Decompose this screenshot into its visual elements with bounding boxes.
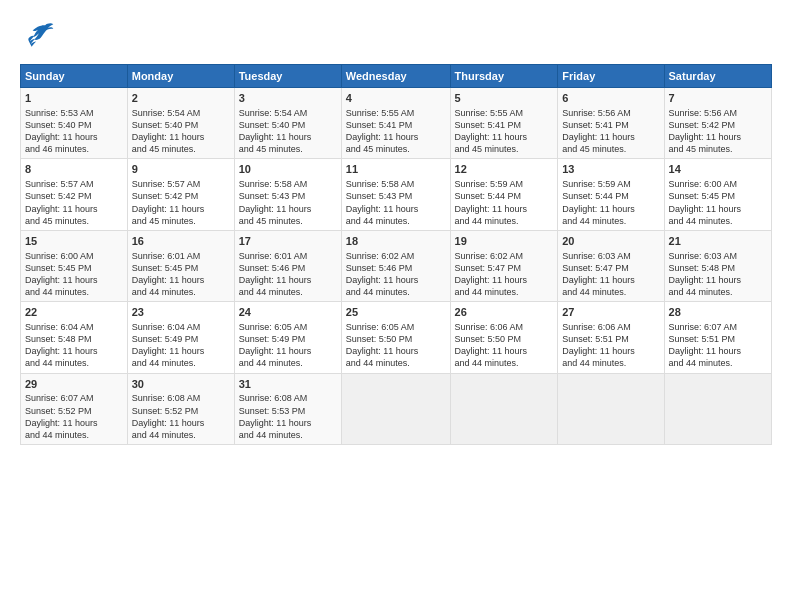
- day-info-line: Sunset: 5:50 PM: [346, 333, 446, 345]
- day-number: 3: [239, 91, 337, 106]
- day-info-line: Sunset: 5:41 PM: [562, 119, 659, 131]
- day-info-line: Sunrise: 6:01 AM: [132, 250, 230, 262]
- calendar-cell: 3Sunrise: 5:54 AMSunset: 5:40 PMDaylight…: [234, 88, 341, 159]
- day-number: 23: [132, 305, 230, 320]
- day-info-line: Sunset: 5:44 PM: [562, 190, 659, 202]
- day-info-line: Daylight: 11 hours: [346, 131, 446, 143]
- day-info-line: Daylight: 11 hours: [346, 345, 446, 357]
- calendar-body: 1Sunrise: 5:53 AMSunset: 5:40 PMDaylight…: [21, 88, 772, 445]
- day-info-line: Sunset: 5:44 PM: [455, 190, 554, 202]
- weekday-header-friday: Friday: [558, 65, 664, 88]
- calendar-cell: 17Sunrise: 6:01 AMSunset: 5:46 PMDayligh…: [234, 230, 341, 301]
- calendar-cell: 30Sunrise: 6:08 AMSunset: 5:52 PMDayligh…: [127, 373, 234, 444]
- day-info-line: Sunset: 5:40 PM: [132, 119, 230, 131]
- day-number: 7: [669, 91, 767, 106]
- day-number: 30: [132, 377, 230, 392]
- day-info-line: and 44 minutes.: [239, 429, 337, 441]
- day-info-line: Sunset: 5:40 PM: [25, 119, 123, 131]
- day-info-line: Sunrise: 6:02 AM: [346, 250, 446, 262]
- day-info-line: Sunrise: 6:01 AM: [239, 250, 337, 262]
- day-number: 9: [132, 162, 230, 177]
- day-info-line: Sunset: 5:42 PM: [132, 190, 230, 202]
- calendar-cell: 28Sunrise: 6:07 AMSunset: 5:51 PMDayligh…: [664, 302, 771, 373]
- calendar-week-4: 22Sunrise: 6:04 AMSunset: 5:48 PMDayligh…: [21, 302, 772, 373]
- day-info-line: and 45 minutes.: [25, 215, 123, 227]
- day-info-line: Daylight: 11 hours: [239, 345, 337, 357]
- day-number: 24: [239, 305, 337, 320]
- day-info-line: Sunset: 5:47 PM: [455, 262, 554, 274]
- general-blue-logo-icon: [20, 18, 56, 54]
- calendar-cell: [450, 373, 558, 444]
- day-info-line: Daylight: 11 hours: [669, 203, 767, 215]
- calendar-cell: 29Sunrise: 6:07 AMSunset: 5:52 PMDayligh…: [21, 373, 128, 444]
- calendar-cell: 8Sunrise: 5:57 AMSunset: 5:42 PMDaylight…: [21, 159, 128, 230]
- day-info-line: Sunset: 5:49 PM: [239, 333, 337, 345]
- day-info-line: and 44 minutes.: [25, 357, 123, 369]
- day-info-line: Sunrise: 5:59 AM: [562, 178, 659, 190]
- day-info-line: Daylight: 11 hours: [25, 274, 123, 286]
- day-number: 8: [25, 162, 123, 177]
- day-info-line: Sunrise: 6:08 AM: [239, 392, 337, 404]
- day-info-line: Sunset: 5:42 PM: [25, 190, 123, 202]
- day-info-line: and 45 minutes.: [669, 143, 767, 155]
- calendar-week-5: 29Sunrise: 6:07 AMSunset: 5:52 PMDayligh…: [21, 373, 772, 444]
- day-info-line: and 44 minutes.: [455, 357, 554, 369]
- day-info-line: Sunset: 5:45 PM: [132, 262, 230, 274]
- day-info-line: Daylight: 11 hours: [239, 417, 337, 429]
- calendar-cell: 23Sunrise: 6:04 AMSunset: 5:49 PMDayligh…: [127, 302, 234, 373]
- day-info-line: Daylight: 11 hours: [25, 417, 123, 429]
- day-info-line: Sunset: 5:41 PM: [455, 119, 554, 131]
- calendar-cell: 22Sunrise: 6:04 AMSunset: 5:48 PMDayligh…: [21, 302, 128, 373]
- day-info-line: Sunrise: 5:56 AM: [562, 107, 659, 119]
- day-info-line: Sunset: 5:43 PM: [346, 190, 446, 202]
- calendar-cell: 12Sunrise: 5:59 AMSunset: 5:44 PMDayligh…: [450, 159, 558, 230]
- weekday-header-wednesday: Wednesday: [341, 65, 450, 88]
- day-info-line: Sunrise: 6:00 AM: [25, 250, 123, 262]
- day-number: 27: [562, 305, 659, 320]
- calendar-cell: 5Sunrise: 5:55 AMSunset: 5:41 PMDaylight…: [450, 88, 558, 159]
- day-info-line: Daylight: 11 hours: [346, 274, 446, 286]
- day-info-line: Sunrise: 6:05 AM: [239, 321, 337, 333]
- day-number: 18: [346, 234, 446, 249]
- day-info-line: Sunrise: 6:07 AM: [669, 321, 767, 333]
- calendar-header: SundayMondayTuesdayWednesdayThursdayFrid…: [21, 65, 772, 88]
- day-info-line: Sunset: 5:48 PM: [669, 262, 767, 274]
- day-info-line: Daylight: 11 hours: [132, 274, 230, 286]
- calendar-cell: [664, 373, 771, 444]
- day-info-line: Sunset: 5:53 PM: [239, 405, 337, 417]
- day-info-line: and 44 minutes.: [562, 357, 659, 369]
- calendar-cell: 14Sunrise: 6:00 AMSunset: 5:45 PMDayligh…: [664, 159, 771, 230]
- day-info-line: Daylight: 11 hours: [239, 131, 337, 143]
- day-number: 13: [562, 162, 659, 177]
- calendar-cell: 10Sunrise: 5:58 AMSunset: 5:43 PMDayligh…: [234, 159, 341, 230]
- day-info-line: and 44 minutes.: [239, 286, 337, 298]
- day-info-line: Daylight: 11 hours: [346, 203, 446, 215]
- day-info-line: and 44 minutes.: [239, 357, 337, 369]
- day-info-line: Sunrise: 6:06 AM: [562, 321, 659, 333]
- day-info-line: Daylight: 11 hours: [455, 345, 554, 357]
- day-number: 29: [25, 377, 123, 392]
- day-info-line: Daylight: 11 hours: [25, 203, 123, 215]
- day-info-line: Daylight: 11 hours: [669, 131, 767, 143]
- day-info-line: Sunset: 5:43 PM: [239, 190, 337, 202]
- day-info-line: Sunset: 5:47 PM: [562, 262, 659, 274]
- day-info-line: Sunrise: 5:58 AM: [239, 178, 337, 190]
- weekday-header-monday: Monday: [127, 65, 234, 88]
- calendar-cell: [341, 373, 450, 444]
- day-info-line: and 45 minutes.: [346, 143, 446, 155]
- day-info-line: and 44 minutes.: [562, 215, 659, 227]
- day-info-line: and 44 minutes.: [455, 286, 554, 298]
- day-info-line: and 45 minutes.: [132, 215, 230, 227]
- day-number: 28: [669, 305, 767, 320]
- day-info-line: Sunrise: 6:00 AM: [669, 178, 767, 190]
- calendar-week-3: 15Sunrise: 6:00 AMSunset: 5:45 PMDayligh…: [21, 230, 772, 301]
- day-info-line: and 44 minutes.: [562, 286, 659, 298]
- day-number: 21: [669, 234, 767, 249]
- calendar-cell: 13Sunrise: 5:59 AMSunset: 5:44 PMDayligh…: [558, 159, 664, 230]
- day-number: 6: [562, 91, 659, 106]
- day-info-line: Sunrise: 6:05 AM: [346, 321, 446, 333]
- day-info-line: Sunrise: 5:59 AM: [455, 178, 554, 190]
- day-info-line: and 45 minutes.: [132, 143, 230, 155]
- day-info-line: Sunset: 5:52 PM: [25, 405, 123, 417]
- day-number: 19: [455, 234, 554, 249]
